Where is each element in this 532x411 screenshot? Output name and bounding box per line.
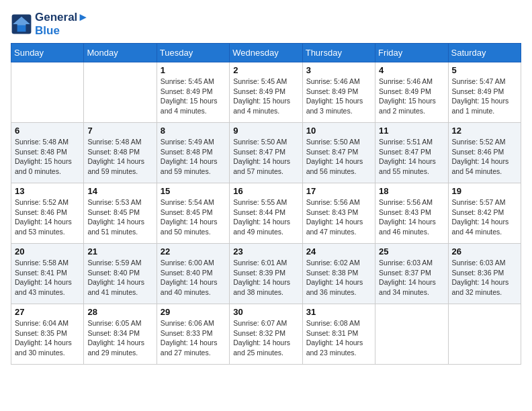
cell-line: Sunset: 8:47 PM — [379, 148, 431, 156]
cell-line: Sunset: 8:49 PM — [379, 87, 431, 95]
cell-line: Daylight: 14 hours — [15, 338, 72, 347]
day-number: 2 — [233, 65, 298, 75]
day-number: 27 — [15, 307, 80, 317]
cell-line: and 27 minutes. — [161, 349, 211, 357]
cell-line: Sunrise: 5:49 AM — [161, 138, 214, 146]
cell-line: Daylight: 14 hours — [452, 278, 509, 286]
cell-line: and 36 minutes. — [306, 288, 357, 296]
calendar-day-header: Thursday — [302, 44, 375, 62]
cell-line: Daylight: 14 hours — [87, 338, 144, 347]
cell-line: and 32 minutes. — [452, 288, 502, 296]
calendar-cell: 19Sunrise: 5:57 AMSunset: 8:42 PMDayligh… — [448, 183, 521, 244]
cell-line: Daylight: 14 hours — [233, 218, 290, 226]
calendar-day-header: Tuesday — [157, 44, 229, 62]
calendar-week-row: 13Sunrise: 5:52 AMSunset: 8:46 PMDayligh… — [11, 183, 521, 244]
cell-line: Sunrise: 5:58 AM — [15, 259, 69, 267]
cell-line: and 25 minutes. — [233, 349, 283, 357]
day-number: 28 — [87, 307, 152, 317]
cell-content: Sunrise: 5:53 AMSunset: 8:45 PMDaylight:… — [87, 197, 152, 237]
cell-line: Sunset: 8:43 PM — [306, 208, 359, 216]
cell-line: Daylight: 14 hours — [452, 218, 509, 226]
cell-line: Sunset: 8:49 PM — [452, 87, 504, 95]
cell-line: and 57 minutes. — [233, 167, 283, 175]
calendar-cell: 20Sunrise: 5:58 AMSunset: 8:41 PMDayligh… — [11, 244, 84, 304]
calendar-cell: 4Sunrise: 5:46 AMSunset: 8:49 PMDaylight… — [375, 62, 448, 123]
cell-content: Sunrise: 5:57 AMSunset: 8:42 PMDaylight:… — [452, 197, 517, 237]
cell-line: Daylight: 14 hours — [161, 278, 218, 286]
calendar-cell: 15Sunrise: 5:54 AMSunset: 8:45 PMDayligh… — [157, 183, 229, 244]
cell-content: Sunrise: 5:47 AMSunset: 8:49 PMDaylight:… — [452, 77, 517, 116]
cell-content: Sunrise: 6:08 AMSunset: 8:31 PMDaylight:… — [306, 318, 371, 358]
cell-line: and 0 minutes. — [15, 167, 61, 175]
day-number: 15 — [161, 186, 226, 196]
cell-line: Daylight: 14 hours — [87, 157, 144, 165]
calendar-cell: 31Sunrise: 6:08 AMSunset: 8:31 PMDayligh… — [302, 304, 375, 365]
calendar-cell: 27Sunrise: 6:04 AMSunset: 8:35 PMDayligh… — [11, 304, 84, 365]
day-number: 20 — [15, 246, 80, 257]
cell-content: Sunrise: 5:45 AMSunset: 8:49 PMDaylight:… — [233, 77, 298, 116]
cell-content: Sunrise: 6:05 AMSunset: 8:34 PMDaylight:… — [87, 318, 152, 358]
calendar-cell: 11Sunrise: 5:51 AMSunset: 8:47 PMDayligh… — [375, 123, 448, 183]
cell-line: Sunrise: 5:47 AM — [452, 77, 506, 85]
cell-line: Sunset: 8:36 PM — [452, 269, 504, 277]
cell-line: and 34 minutes. — [379, 288, 429, 296]
cell-line: Sunset: 8:42 PM — [452, 208, 504, 216]
cell-line: Sunset: 8:40 PM — [161, 269, 213, 277]
calendar-cell — [11, 62, 84, 123]
day-number: 9 — [233, 126, 298, 136]
cell-content: Sunrise: 6:03 AMSunset: 8:36 PMDaylight:… — [452, 258, 517, 298]
day-number: 17 — [306, 186, 371, 196]
cell-content: Sunrise: 5:52 AMSunset: 8:46 PMDaylight:… — [15, 197, 80, 237]
cell-line: Sunrise: 6:05 AM — [87, 319, 141, 327]
cell-line: Sunrise: 6:00 AM — [161, 259, 214, 267]
cell-line: Sunset: 8:32 PM — [233, 329, 285, 337]
day-number: 1 — [161, 65, 226, 75]
cell-content: Sunrise: 5:48 AMSunset: 8:48 PMDaylight:… — [87, 137, 152, 177]
cell-line: Sunrise: 5:59 AM — [87, 259, 141, 267]
calendar-cell: 16Sunrise: 5:55 AMSunset: 8:44 PMDayligh… — [230, 183, 302, 244]
calendar-table: SundayMondayTuesdayWednesdayThursdayFrid… — [11, 43, 521, 365]
cell-line: Daylight: 14 hours — [87, 278, 144, 286]
cell-line: Sunset: 8:48 PM — [87, 148, 140, 156]
day-number: 22 — [161, 246, 226, 257]
cell-line: Sunset: 8:47 PM — [233, 148, 285, 156]
calendar-cell: 2Sunrise: 5:45 AMSunset: 8:49 PMDaylight… — [230, 62, 302, 123]
cell-line: Sunset: 8:49 PM — [233, 87, 285, 95]
cell-line: Daylight: 15 hours — [452, 97, 509, 105]
cell-line: and 40 minutes. — [161, 288, 211, 296]
cell-line: Sunrise: 5:52 AM — [452, 138, 506, 146]
cell-line: and 51 minutes. — [87, 228, 138, 236]
calendar-week-row: 1Sunrise: 5:45 AMSunset: 8:49 PMDaylight… — [11, 62, 521, 123]
cell-line: Sunset: 8:45 PM — [161, 208, 213, 216]
cell-content: Sunrise: 5:55 AMSunset: 8:44 PMDaylight:… — [233, 197, 298, 237]
cell-line: and 54 minutes. — [452, 167, 502, 175]
calendar-cell: 18Sunrise: 5:56 AMSunset: 8:43 PMDayligh… — [375, 183, 448, 244]
cell-line: Sunset: 8:49 PM — [306, 87, 359, 95]
cell-line: Sunrise: 6:07 AM — [233, 319, 287, 327]
cell-line: Daylight: 15 hours — [233, 97, 290, 105]
cell-line: Daylight: 14 hours — [15, 218, 72, 226]
cell-content: Sunrise: 5:51 AMSunset: 8:47 PMDaylight:… — [379, 137, 444, 177]
cell-content: Sunrise: 6:01 AMSunset: 8:39 PMDaylight:… — [233, 258, 298, 298]
day-number: 4 — [379, 65, 444, 75]
cell-content: Sunrise: 6:02 AMSunset: 8:38 PMDaylight:… — [306, 258, 371, 298]
calendar-day-header: Friday — [375, 44, 448, 62]
cell-line: Daylight: 14 hours — [161, 338, 218, 347]
cell-line: and 47 minutes. — [306, 228, 357, 236]
calendar-cell: 6Sunrise: 5:48 AMSunset: 8:48 PMDaylight… — [11, 123, 84, 183]
cell-line: Sunset: 8:34 PM — [87, 329, 140, 337]
cell-line: Sunset: 8:47 PM — [306, 148, 359, 156]
day-number: 10 — [306, 126, 371, 136]
day-number: 5 — [452, 65, 517, 75]
cell-line: Sunrise: 5:45 AM — [233, 77, 287, 85]
day-number: 31 — [306, 307, 371, 317]
cell-line: Sunrise: 5:56 AM — [379, 198, 433, 206]
cell-line: and 59 minutes. — [87, 167, 138, 175]
calendar-cell — [448, 304, 521, 365]
cell-line: Sunrise: 6:03 AM — [452, 259, 506, 267]
cell-content: Sunrise: 5:46 AMSunset: 8:49 PMDaylight:… — [379, 77, 444, 116]
cell-line: and 4 minutes. — [161, 107, 207, 115]
cell-line: Sunrise: 6:08 AM — [306, 319, 360, 327]
calendar-day-header: Monday — [84, 44, 157, 62]
calendar-week-row: 27Sunrise: 6:04 AMSunset: 8:35 PMDayligh… — [11, 304, 521, 365]
